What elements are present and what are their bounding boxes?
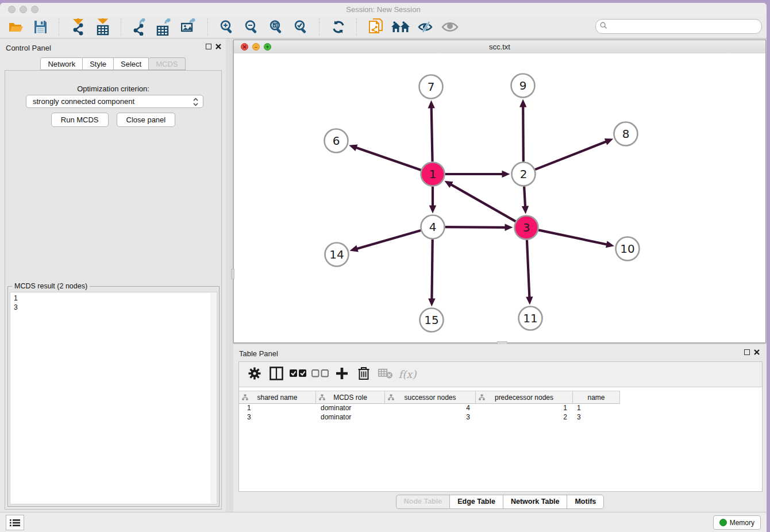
network-window: ✕ – + scc.txt 1234678910111415 (233, 40, 766, 343)
tab-mcds[interactable]: MCDS (149, 57, 185, 70)
show-eye-button[interactable] (437, 17, 462, 37)
cell-shared-name[interactable]: 3 (239, 413, 316, 422)
edge-4-15[interactable] (432, 239, 432, 299)
mcds-result-text[interactable]: 13 (10, 292, 217, 504)
cell-predecessor-nodes[interactable]: 1 (476, 403, 573, 413)
deselect-all-button[interactable] (309, 364, 331, 385)
zoom-in-icon (220, 20, 234, 34)
edge-3-1[interactable] (451, 184, 515, 222)
toolbar-separator (319, 18, 320, 36)
split-view-button[interactable] (265, 364, 287, 385)
import-network-button[interactable] (66, 17, 90, 37)
home-button[interactable] (388, 17, 413, 37)
cell-MCDS-role[interactable]: dominator (316, 403, 385, 413)
search-field[interactable] (595, 19, 762, 34)
show-eye-icon (441, 21, 459, 33)
hierarchy-icon (479, 394, 485, 402)
zoom-selected-button[interactable] (288, 17, 313, 37)
home-icon (391, 20, 410, 34)
column-header-shared-name[interactable]: shared name (239, 391, 316, 403)
session-share-icon (368, 18, 383, 36)
tab-edge-table[interactable]: Edge Table (450, 495, 503, 509)
edge-arrowhead (505, 224, 513, 231)
edge-2-8[interactable] (535, 141, 607, 169)
graph-node-label: 3 (523, 221, 530, 234)
edge-1-6[interactable] (356, 148, 421, 170)
column-header-successor-nodes[interactable]: successor nodes (385, 391, 476, 403)
deselect-all-icon (311, 369, 329, 380)
search-input[interactable] (610, 21, 761, 32)
result-scrollbar[interactable] (210, 293, 216, 503)
zoom-fit-button[interactable] (264, 17, 288, 37)
gear-button[interactable] (244, 364, 265, 385)
table-row[interactable]: 1dominator411 (239, 403, 620, 413)
table-row[interactable]: 3dominator323 (239, 413, 620, 422)
cell-name[interactable]: 3 (573, 413, 620, 422)
cell-shared-name[interactable]: 1 (239, 403, 316, 413)
content-area: Control Panel NetworkStyleSelectMCDS Opt… (0, 38, 767, 512)
toolbar-separator (121, 18, 122, 36)
cell-name[interactable]: 1 (573, 403, 620, 413)
tab-select[interactable]: Select (114, 57, 149, 70)
edge-1-7[interactable] (432, 107, 433, 161)
import-table-button[interactable] (90, 17, 115, 37)
zoom-out-button[interactable] (239, 17, 264, 37)
run-mcds-button[interactable]: Run MCDS (51, 113, 109, 127)
column-header-name[interactable]: name (573, 391, 620, 403)
float-panel-icon[interactable] (206, 44, 211, 49)
graph-node-label: 11 (523, 311, 537, 325)
memory-button[interactable]: Memory (713, 515, 761, 530)
close-panel-button[interactable]: Close panel (117, 113, 176, 127)
column-header-MCDS-role[interactable]: MCDS role (316, 391, 385, 403)
edge-2-3[interactable] (524, 186, 525, 207)
tab-motifs[interactable]: Motifs (567, 495, 604, 509)
edge-arrowhead (605, 138, 613, 145)
import-table-icon (96, 18, 110, 36)
open-folder-button[interactable] (3, 17, 28, 37)
dropdown-arrows-icon (192, 97, 199, 109)
tab-node-table[interactable]: Node Table (396, 495, 450, 509)
edge-2-9[interactable] (523, 106, 523, 161)
cell-MCDS-role[interactable]: dominator (316, 413, 385, 422)
titlebar: Session: New Session (0, 3, 767, 17)
network-canvas[interactable]: 1234678910111415 (234, 53, 765, 342)
cell-successor-nodes[interactable]: 4 (385, 403, 476, 413)
edge-arrowhead (502, 171, 510, 178)
splitter-handle-vertical[interactable] (231, 269, 234, 279)
graph-node-label: 8 (622, 127, 630, 141)
export-network-button[interactable] (128, 17, 152, 37)
criterion-dropdown[interactable]: strongly connected component (26, 95, 203, 108)
tab-style[interactable]: Style (83, 57, 114, 70)
select-all-button[interactable] (287, 364, 309, 385)
close-panel-icon[interactable] (215, 44, 221, 49)
zoom-in-button[interactable] (214, 17, 239, 37)
network-window-titlebar: ✕ – + scc.txt (234, 40, 765, 54)
export-table-button[interactable] (152, 17, 177, 37)
toolbar-group (360, 17, 465, 37)
cell-predecessor-nodes[interactable]: 2 (476, 413, 573, 422)
delete-column-button[interactable] (353, 364, 375, 385)
save-session-button[interactable] (28, 17, 53, 37)
edge-4-3[interactable] (445, 227, 506, 228)
task-history-button[interactable] (6, 515, 24, 530)
edge-3-11[interactable] (527, 240, 529, 298)
session-share-button[interactable] (363, 17, 388, 37)
tab-network-table[interactable]: Network Table (503, 495, 568, 509)
zoom-fit-icon (269, 20, 284, 34)
add-column-button[interactable] (331, 364, 353, 385)
edge-3-10[interactable] (538, 230, 607, 244)
hide-eye-button[interactable] (413, 17, 437, 37)
close-table-panel-icon[interactable] (754, 349, 760, 355)
network-graph[interactable]: 1234678910111415 (234, 53, 765, 342)
export-image-button[interactable] (177, 17, 202, 37)
float-table-panel-icon[interactable] (744, 349, 750, 355)
cell-successor-nodes[interactable]: 3 (385, 413, 476, 422)
column-header-predecessor-nodes[interactable]: predecessor nodes (476, 391, 573, 403)
refresh-layout-button[interactable] (326, 17, 351, 37)
main-toolbar (0, 16, 767, 38)
mcds-result-line: 3 (14, 303, 217, 312)
function-button: f(x) (396, 364, 418, 385)
edge-4-14[interactable] (356, 230, 421, 249)
node-table[interactable]: shared nameMCDS rolesuccessor nodesprede… (239, 387, 762, 491)
tab-network[interactable]: Network (40, 57, 83, 70)
